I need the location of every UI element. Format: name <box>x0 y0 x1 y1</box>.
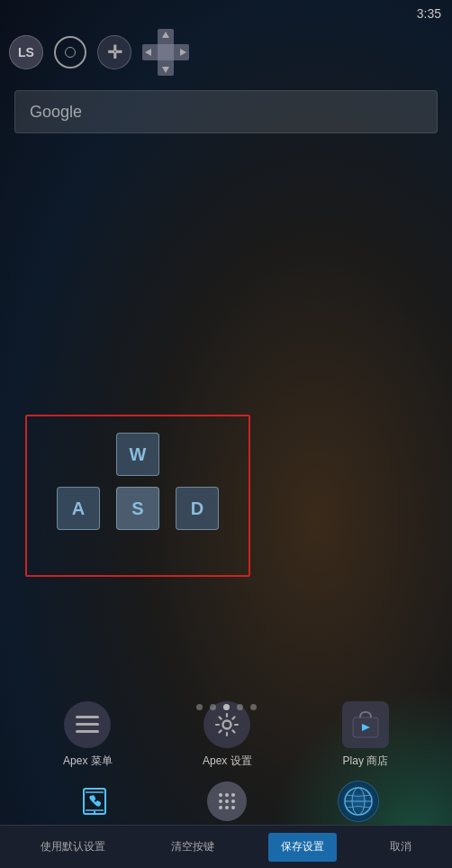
save-settings-button[interactable]: 保存设置 <box>268 833 337 862</box>
top-toolbar: LS ✛ <box>0 27 452 77</box>
dot-1[interactable] <box>196 704 203 710</box>
dock-item-apex-menu[interactable]: Apex 菜单 <box>63 701 113 769</box>
apps-svg <box>216 790 238 812</box>
clear-keys-button[interactable]: 清空按键 <box>158 833 227 862</box>
svg-point-9 <box>223 721 231 729</box>
apex-menu-label: Apex 菜单 <box>63 754 113 769</box>
search-bar[interactable]: Google <box>14 90 438 133</box>
dot-3-active[interactable] <box>223 704 230 710</box>
dot-5[interactable] <box>250 704 257 710</box>
apex-settings-label: Apex 设置 <box>203 754 252 769</box>
play-store-svg <box>349 708 382 741</box>
target-icon[interactable] <box>54 36 86 69</box>
use-default-button[interactable]: 使用默认设置 <box>28 833 118 862</box>
gear-svg <box>214 712 240 737</box>
svg-point-12 <box>93 811 95 813</box>
ls-label: LS <box>18 45 34 59</box>
svg-rect-7 <box>76 723 99 726</box>
key-s[interactable]: S <box>116 487 159 530</box>
status-bar: 3:35 <box>0 0 452 27</box>
dock-item-apex-settings[interactable]: Apex 设置 <box>203 701 252 769</box>
bottom-bar <box>0 780 452 823</box>
dpad-icon[interactable] <box>142 29 189 76</box>
svg-rect-6 <box>76 716 99 718</box>
key-w[interactable]: W <box>116 433 159 476</box>
svg-point-15 <box>231 793 235 797</box>
svg-point-14 <box>225 793 229 797</box>
phone-icon[interactable] <box>73 780 116 823</box>
dpad-svg <box>142 29 189 76</box>
globe-icon[interactable] <box>338 781 379 822</box>
svg-point-17 <box>225 799 229 803</box>
apps-grid-icon[interactable] <box>207 781 247 821</box>
svg-point-16 <box>219 799 222 803</box>
play-store-label: Play 商店 <box>343 754 389 769</box>
search-placeholder: Google <box>30 103 82 122</box>
menu-svg <box>76 716 99 734</box>
dot-4[interactable] <box>237 704 243 710</box>
svg-point-21 <box>231 806 235 809</box>
svg-rect-8 <box>76 730 99 733</box>
key-d[interactable]: D <box>176 487 219 530</box>
ls-button[interactable]: LS <box>9 35 43 69</box>
action-bar: 使用默认设置 清空按键 保存设置 取消 <box>0 825 452 868</box>
globe-svg <box>342 785 375 818</box>
dock-item-play-store[interactable]: Play 商店 <box>342 701 389 769</box>
phone-svg <box>78 785 111 818</box>
wasd-inner: W A S D <box>48 433 228 559</box>
move-icon[interactable]: ✛ <box>97 35 131 69</box>
bottom-dock: Apex 菜单 Apex 设置 Play 商店 <box>0 701 452 769</box>
svg-point-18 <box>231 799 235 803</box>
page-dots <box>0 704 452 710</box>
svg-point-20 <box>225 806 229 809</box>
dot-2[interactable] <box>210 704 216 710</box>
key-a[interactable]: A <box>57 487 100 530</box>
wasd-container: W A S D <box>25 415 250 577</box>
status-time: 3:35 <box>417 6 441 21</box>
svg-point-19 <box>219 806 222 809</box>
svg-point-13 <box>219 793 222 797</box>
cancel-button[interactable]: 取消 <box>377 833 424 862</box>
